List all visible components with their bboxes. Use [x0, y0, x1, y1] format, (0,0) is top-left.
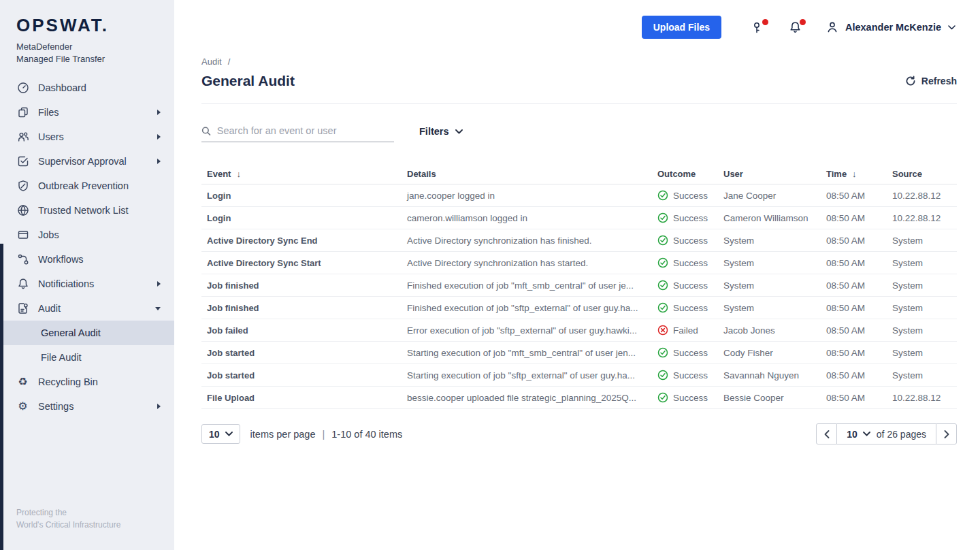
upload-files-button[interactable]: Upload Files — [642, 16, 721, 39]
sort-desc-icon[interactable]: ↓ — [236, 169, 241, 179]
chevron-left-icon — [824, 430, 830, 438]
outcome-label: Success — [673, 236, 708, 246]
license-key-button[interactable] — [751, 21, 764, 34]
source-cell: System — [887, 258, 957, 268]
workflow-icon — [16, 253, 29, 266]
sidebar-item-recycling-bin[interactable]: ♻ Recycling Bin — [0, 370, 174, 394]
time-cell: 08:50 AM — [821, 191, 887, 201]
topbar: Upload Files Alexander McKenzie — [174, 0, 980, 54]
sidebar-item-trusted-network-list[interactable]: Trusted Network List — [0, 198, 174, 223]
sidebar-nav: Dashboard Files Users Supervisor Approva… — [0, 76, 174, 419]
user-cell: Cody Fisher — [718, 348, 821, 358]
table-row[interactable]: Job finished Finished execution of job "… — [201, 297, 957, 319]
breadcrumb-audit-link[interactable]: Audit — [201, 56, 222, 67]
table-row[interactable]: Job started Starting execution of job "m… — [201, 342, 957, 364]
pager-divider: | — [323, 429, 325, 440]
search-input[interactable] — [217, 125, 394, 136]
time-cell: 08:50 AM — [821, 325, 887, 336]
sidebar-item-files[interactable]: Files — [0, 100, 174, 125]
outcome-cell: Success — [652, 370, 718, 381]
column-header-time[interactable]: Time ↓ — [821, 169, 887, 179]
details-cell: Finished execution of job "sftp_external… — [402, 303, 652, 313]
user-cell: Savannah Nguyen — [718, 370, 821, 381]
pages-total-label: of 26 pages — [877, 429, 926, 440]
event-cell: File Upload — [201, 393, 402, 403]
event-cell: Active Directory Sync End — [201, 236, 402, 246]
next-page-button[interactable] — [936, 423, 957, 444]
sidebar-item-audit[interactable]: Audit — [0, 296, 174, 321]
sidebar-item-notifications[interactable]: Notificiations — [0, 272, 174, 296]
table-row[interactable]: File Upload bessie.cooper uploaded file … — [201, 387, 957, 409]
product-name: MetaDefender Managed File Transfer — [16, 41, 174, 65]
column-header-event[interactable]: Event ↓ — [201, 169, 402, 179]
gear-icon: ⚙ — [16, 400, 29, 413]
breadcrumb-separator: / — [228, 56, 231, 67]
table-row[interactable]: Login jane.cooper logged in Success Jane… — [201, 184, 957, 207]
event-cell: Job finished — [201, 280, 402, 291]
table-row[interactable]: Active Directory Sync End Active Directo… — [201, 229, 957, 252]
success-icon — [657, 257, 668, 268]
globe-icon — [16, 204, 29, 217]
sidebar-item-settings[interactable]: ⚙ Settings — [0, 394, 174, 419]
dashboard-icon — [16, 82, 29, 95]
sidebar-item-jobs[interactable]: Jobs — [0, 223, 174, 247]
outcome-cell: Success — [652, 257, 718, 268]
details-cell: Active Directory synchronization has sta… — [402, 258, 652, 268]
column-header-outcome: Outcome — [652, 169, 718, 179]
notifications-bell-button[interactable] — [789, 21, 802, 34]
source-cell: System — [887, 303, 957, 313]
table-body: Login jane.cooper logged in Success Jane… — [201, 184, 957, 409]
section-divider — [201, 103, 957, 104]
table-row[interactable]: Job finished Finished execution of job "… — [201, 274, 957, 297]
sidebar-item-general-audit[interactable]: General Audit — [0, 321, 174, 345]
bell-icon — [16, 278, 29, 291]
page-navigator: 10 of 26 pages — [816, 423, 957, 444]
sidebar-item-file-audit[interactable]: File Audit — [0, 345, 174, 370]
sort-desc-icon[interactable]: ↓ — [852, 169, 857, 179]
user-icon — [826, 21, 838, 33]
sidebar-scrollbar-thumb[interactable] — [0, 244, 3, 550]
details-cell: cameron.williamson logged in — [402, 213, 652, 223]
chevron-down-icon — [155, 307, 161, 310]
sidebar-item-workflows[interactable]: Workflows — [0, 247, 174, 272]
page-indicator: 10 of 26 pages — [837, 423, 936, 444]
range-label: 1-10 of 40 items — [331, 429, 402, 440]
failed-icon — [657, 325, 668, 336]
page-number-select[interactable]: 10 — [847, 429, 870, 440]
user-name: Alexander McKenzie — [845, 22, 941, 33]
outcome-cell: Success — [652, 212, 718, 223]
user-cell: Jane Cooper — [718, 191, 821, 201]
time-cell: 08:50 AM — [821, 236, 887, 246]
outcome-cell: Failed — [652, 325, 718, 336]
page-size-select[interactable]: 10 — [201, 424, 240, 444]
details-cell: Starting execution of job "mft_smb_centr… — [402, 348, 652, 358]
time-cell: 08:50 AM — [821, 303, 887, 313]
time-cell: 08:50 AM — [821, 348, 887, 358]
user-cell: Cameron Williamson — [718, 213, 821, 223]
source-cell: 10.22.88.12 — [887, 191, 957, 201]
source-cell: 10.22.88.12 — [887, 393, 957, 403]
table-row[interactable]: Login cameron.williamson logged in Succe… — [201, 207, 957, 229]
chevron-down-icon — [225, 432, 233, 436]
sidebar-item-users[interactable]: Users — [0, 125, 174, 149]
table-row[interactable]: Active Directory Sync Start Active Direc… — [201, 252, 957, 274]
time-cell: 08:50 AM — [821, 393, 887, 403]
outcome-label: Success — [673, 213, 708, 223]
event-cell: Login — [201, 213, 402, 223]
chevron-down-icon — [863, 432, 870, 436]
sidebar-item-dashboard[interactable]: Dashboard — [0, 76, 174, 100]
table-row[interactable]: Job failed Error execution of job "sftp_… — [201, 319, 957, 342]
sidebar-item-supervisor-approval[interactable]: Supervisor Approval — [0, 149, 174, 174]
previous-page-button[interactable] — [816, 423, 837, 444]
outcome-label: Success — [673, 258, 708, 268]
sidebar-item-outbreak-prevention[interactable]: Outbreak Prevention — [0, 174, 174, 198]
event-cell: Job finished — [201, 303, 402, 313]
refresh-icon — [905, 76, 916, 86]
outcome-label: Success — [673, 303, 708, 313]
chevron-right-icon — [157, 281, 161, 287]
files-icon — [16, 106, 29, 119]
refresh-button[interactable]: Refresh — [905, 76, 957, 86]
table-row[interactable]: Job started Starting execution of job "s… — [201, 364, 957, 387]
filters-dropdown[interactable]: Filters — [419, 126, 463, 142]
user-menu[interactable]: Alexander McKenzie — [826, 21, 956, 33]
